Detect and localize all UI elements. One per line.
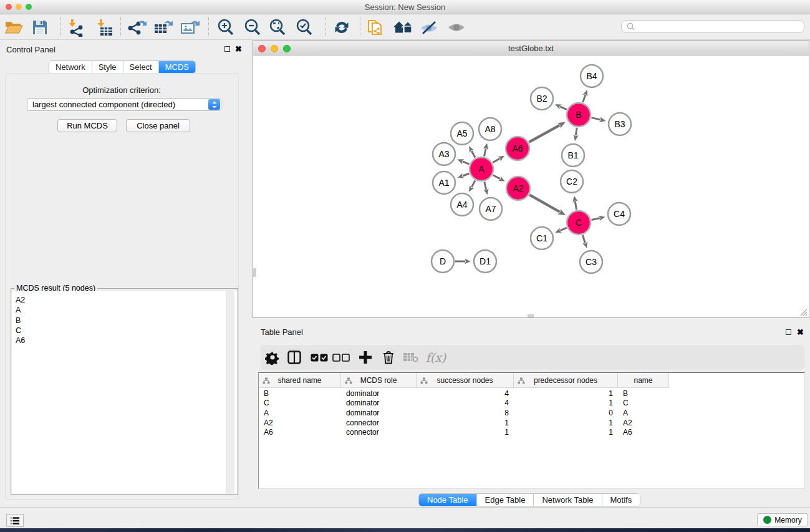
table-row[interactable]: Adominator80A — [259, 408, 804, 418]
delete-column-trash-icon[interactable] — [377, 347, 400, 368]
table-row[interactable]: A6connector11A6 — [259, 427, 804, 437]
import-network-icon[interactable] — [64, 17, 87, 38]
edge-A-A2[interactable] — [493, 175, 500, 179]
tab-motifs[interactable]: Motifs — [602, 494, 640, 506]
column-header-name[interactable]: name — [618, 373, 669, 388]
show-all-eye-icon[interactable] — [445, 17, 468, 38]
export-image-icon[interactable] — [179, 17, 201, 38]
zoom-in-icon[interactable] — [215, 17, 237, 38]
run-mcds-button[interactable]: Run MCDS — [57, 119, 117, 132]
tab-style[interactable]: Style — [92, 61, 123, 73]
node-label-C1: C1 — [536, 233, 547, 243]
network-file-icon[interactable] — [364, 17, 387, 38]
float-panel-icon[interactable] — [224, 46, 230, 52]
cell-name: A6 — [618, 427, 669, 437]
cell-shared-name: B — [259, 389, 341, 399]
memory-button[interactable]: Memory — [757, 513, 808, 526]
cell-successor-nodes: 1 — [417, 418, 514, 428]
window-resize-handle[interactable] — [800, 309, 808, 316]
edge-A-A4[interactable] — [471, 180, 475, 186]
mcds-result-scrollbar[interactable] — [226, 291, 234, 493]
home-layout-icon[interactable] — [392, 17, 415, 38]
close-panel-button[interactable]: Close panel — [126, 119, 190, 132]
node-label-B1: B1 — [567, 150, 578, 160]
table-settings-gear-icon[interactable] — [261, 347, 284, 368]
cell-name: B — [618, 389, 669, 399]
task-history-button[interactable] — [6, 514, 24, 527]
refresh-icon[interactable] — [330, 17, 353, 38]
table-row[interactable]: Bdominator41B — [259, 389, 804, 399]
search-input[interactable] — [621, 20, 804, 33]
edge-B-B4[interactable] — [583, 95, 586, 102]
edge-A6-B[interactable] — [529, 125, 559, 142]
control-panel: Control Panel ✖ NetworkStyleSelectMCDS O… — [0, 40, 243, 506]
mcds-result-item[interactable]: A2 — [12, 295, 237, 305]
cell-successor-nodes: 1 — [417, 427, 514, 437]
delete-table-icon[interactable] — [400, 347, 422, 368]
column-header-predecessor-nodes[interactable]: predecessor nodes — [514, 373, 618, 388]
node-table-header: shared nameMCDS rolesuccessor nodesprede… — [259, 373, 804, 388]
cell-predecessor-nodes: 1 — [514, 418, 618, 428]
deselect-all-icon[interactable] — [330, 347, 352, 368]
edge-C-C2[interactable] — [575, 201, 576, 210]
edge-A-A3[interactable] — [463, 162, 470, 164]
edge-A-A6[interactable] — [493, 158, 499, 162]
edge-A2-C[interactable] — [529, 195, 559, 211]
table-panel-title: Table Panel — [261, 327, 303, 337]
edge-B-B3[interactable] — [591, 118, 600, 120]
tab-node-table[interactable]: Node Table — [419, 494, 477, 506]
window-titlebar: Session: New Session — [0, 0, 810, 14]
edge-A-A1[interactable] — [463, 173, 469, 176]
optimization-criterion-value: largest connected component (directed) — [32, 100, 175, 109]
cell-predecessor-nodes: 1 — [514, 427, 618, 437]
tab-mcds[interactable]: MCDS — [159, 61, 195, 73]
edge-B-B2[interactable] — [560, 107, 567, 110]
tab-select[interactable]: Select — [123, 61, 159, 73]
hide-selected-eye-icon[interactable] — [418, 17, 440, 38]
zoom-out-icon[interactable] — [241, 17, 264, 38]
column-header-shared-name[interactable]: shared name — [259, 373, 341, 388]
edge-B-B1[interactable] — [576, 128, 577, 136]
mcds-result-item[interactable]: A6 — [12, 336, 237, 346]
edge-A-A8[interactable] — [484, 148, 486, 156]
mcds-result-item[interactable]: A — [12, 305, 237, 315]
edge-A-A5[interactable] — [471, 151, 475, 157]
column-header-successor-nodes[interactable]: successor nodes — [417, 373, 514, 388]
node-table: shared nameMCDS rolesuccessor nodesprede… — [258, 372, 805, 489]
table-toolbar: f(x) — [260, 345, 804, 370]
network-window-title: testGlobe.txt — [253, 44, 809, 53]
edge-C-C3[interactable] — [582, 235, 585, 243]
mcds-result-item[interactable]: C — [12, 326, 237, 336]
optimization-criterion-select[interactable]: largest connected component (directed) — [27, 98, 221, 111]
node-label-C4: C4 — [614, 209, 625, 219]
export-table-icon[interactable] — [152, 17, 175, 38]
edge-C-C1[interactable] — [560, 228, 566, 230]
node-label-D1: D1 — [480, 256, 491, 266]
import-table-icon[interactable] — [93, 17, 115, 38]
zoom-fit-icon[interactable] — [266, 17, 289, 38]
mcds-result-list[interactable]: A2ABCA6 — [12, 291, 237, 493]
table-row[interactable]: Cdominator41C — [259, 399, 804, 409]
close-panel-icon[interactable]: ✖ — [235, 46, 242, 52]
save-session-icon[interactable] — [29, 17, 51, 38]
zoom-selected-icon[interactable] — [293, 17, 316, 38]
mcds-result-item[interactable]: B — [12, 316, 237, 326]
tab-network-table[interactable]: Network Table — [534, 494, 602, 506]
network-graph[interactable]: AA1A2A3A4A5A6A7A8BB1B2B3B4CC1C2C3C4DD1 — [253, 56, 809, 317]
table-panel-float-icon[interactable] — [786, 329, 791, 335]
node-label-B4: B4 — [586, 71, 597, 81]
select-all-icon[interactable] — [308, 347, 330, 368]
table-row[interactable]: A2connector11A2 — [259, 418, 804, 428]
show-columns-icon[interactable] — [283, 347, 306, 368]
add-column-icon[interactable] — [354, 347, 377, 368]
open-file-icon[interactable] — [2, 17, 25, 38]
memory-label: Memory — [774, 516, 801, 525]
column-header-MCDS-role[interactable]: MCDS role — [341, 373, 417, 388]
function-builder-icon[interactable]: f(x) — [422, 347, 450, 368]
export-network-icon[interactable] — [125, 17, 148, 38]
edge-C-C4[interactable] — [592, 218, 600, 220]
tab-network[interactable]: Network — [49, 61, 92, 73]
table-panel-close-icon[interactable]: ✖ — [797, 329, 804, 336]
edge-A-A7[interactable] — [485, 181, 486, 189]
tab-edge-table[interactable]: Edge Table — [477, 494, 534, 506]
